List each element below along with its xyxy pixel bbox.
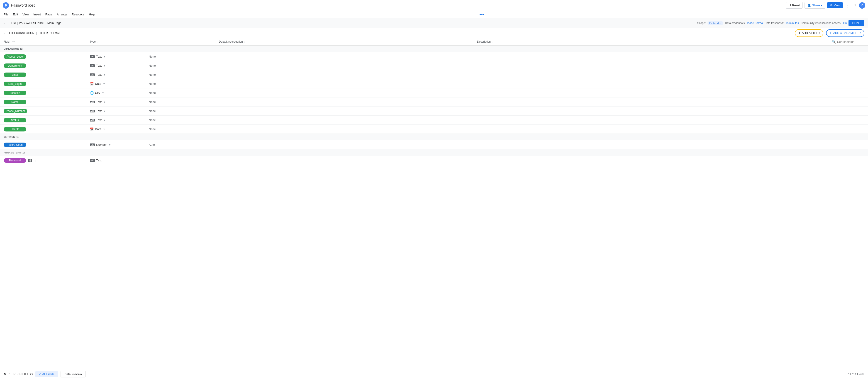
- text-type-icon: ABC: [90, 110, 95, 113]
- scope-badge: Embedded: [708, 21, 723, 25]
- filter-by-email-link[interactable]: FILTER BY EMAIL: [39, 32, 61, 35]
- secondary-nav: ← EDIT CONNECTION | FILTER BY EMAIL + AD…: [0, 28, 868, 38]
- field-label-userid[interactable]: UserID: [4, 127, 26, 131]
- type-cell: 📅 Date ▾: [90, 127, 149, 131]
- field-label-email[interactable]: Email: [4, 72, 26, 77]
- field-sort-icon: ↓: [10, 40, 11, 43]
- done-button[interactable]: DONE: [848, 20, 864, 26]
- field-label-record-count[interactable]: Record Count: [4, 143, 26, 147]
- type-dropdown-icon[interactable]: ▾: [104, 64, 105, 67]
- aggregation-cell: None: [149, 64, 194, 67]
- top-bar: P Password post ↺ Reset 👤 Share ▾ 👁 View…: [0, 0, 868, 11]
- type-column-header[interactable]: Type ↓: [90, 40, 219, 43]
- help-button[interactable]: ?: [853, 2, 857, 9]
- aggregation-column-header[interactable]: Default Aggregation ↓: [219, 40, 477, 43]
- field-cell-email: Email ⋮: [4, 72, 90, 77]
- more-menu-icon[interactable]: ⋮: [28, 91, 32, 95]
- field-label-name[interactable]: Name: [4, 100, 26, 104]
- table-row: Department ⋮ ABC Text ▾ None: [0, 61, 868, 70]
- add-parameter-button[interactable]: + ADD A PARAMETER: [826, 29, 864, 37]
- aggregation-cell: None: [149, 109, 194, 113]
- aggregation-cell: None: [149, 118, 194, 122]
- add-field-button[interactable]: + ADD A FIELD: [795, 29, 823, 37]
- more-menu-icon[interactable]: ⋮: [34, 158, 38, 162]
- table-row: UserID ⋮ 📅 Date ▾ None: [0, 125, 868, 134]
- menu-arrange[interactable]: Arrange: [55, 12, 69, 17]
- description-column-header[interactable]: Description ↓: [477, 40, 493, 43]
- field-label-status[interactable]: Status: [4, 118, 26, 122]
- more-options-button[interactable]: ⋮: [845, 2, 851, 9]
- more-menu-icon[interactable]: ⋮: [28, 82, 32, 86]
- type-cell: ABC Text ▾: [90, 55, 149, 58]
- menu-resource[interactable]: Resource: [70, 12, 86, 17]
- text-type-icon: ABC: [90, 119, 95, 122]
- menu-help[interactable]: Help: [87, 12, 97, 17]
- reset-button[interactable]: ↺ Reset: [786, 2, 803, 9]
- secondary-back-button[interactable]: ←: [4, 31, 7, 35]
- table-row: Last_Login ⋮ 📅 Date ▾ None: [0, 79, 868, 88]
- freshness-label: Data freshness:: [765, 22, 784, 25]
- more-menu-icon[interactable]: ⋮: [28, 63, 32, 68]
- text-type-icon: ABC: [90, 73, 95, 76]
- share-icon: 👤: [807, 4, 811, 7]
- search-input[interactable]: [837, 40, 864, 43]
- type-cell: 123 Number ▾: [90, 143, 149, 147]
- community-value[interactable]: On: [843, 22, 847, 25]
- share-button[interactable]: 👤 Share ▾: [805, 2, 825, 9]
- type-cell: 📅 Date ▾: [90, 82, 149, 86]
- type-dropdown-icon[interactable]: ▾: [103, 82, 105, 86]
- field-label-phone-number[interactable]: Phone_Number: [4, 109, 27, 113]
- type-dropdown-icon[interactable]: ▾: [103, 128, 105, 131]
- back-button[interactable]: ←: [4, 21, 7, 25]
- avatar[interactable]: IC: [859, 2, 865, 9]
- menu-insert[interactable]: Insert: [32, 12, 43, 17]
- type-dropdown-icon[interactable]: ▾: [104, 119, 105, 122]
- edit-icon[interactable]: ✏: [12, 40, 15, 43]
- search-fields-container[interactable]: 🔍: [832, 40, 864, 43]
- field-label-access-level[interactable]: Access_Level: [4, 54, 26, 59]
- edit-connection-link[interactable]: EDIT CONNECTION: [9, 32, 34, 35]
- aggregation-sort-icon: ↓: [244, 40, 245, 43]
- type-dropdown-icon[interactable]: ▾: [104, 55, 105, 58]
- more-menu-icon[interactable]: ⋮: [28, 127, 32, 131]
- view-button[interactable]: 👁 View: [827, 2, 843, 8]
- more-menu-icon[interactable]: ⋮: [28, 72, 32, 77]
- menu-edit[interactable]: Edit: [11, 12, 20, 17]
- field-label-department[interactable]: Department: [4, 63, 26, 68]
- field-label-location[interactable]: Location: [4, 91, 26, 95]
- menu-file[interactable]: File: [2, 12, 10, 17]
- table-row: Email ⋮ ABC Text ▾ None: [0, 70, 868, 79]
- eye-icon: 👁: [830, 4, 833, 7]
- more-menu-icon[interactable]: ⋮: [28, 118, 32, 122]
- type-dropdown-icon[interactable]: ▾: [102, 91, 104, 95]
- more-menu-icon[interactable]: ⋮: [28, 54, 32, 59]
- more-menu-icon[interactable]: ⋮: [28, 143, 32, 147]
- field-column-header[interactable]: Field ↓ ✏: [4, 40, 90, 43]
- type-dropdown-icon[interactable]: ▾: [104, 109, 105, 113]
- reset-icon: ↺: [788, 4, 791, 7]
- aggregation-cell: None: [149, 100, 194, 103]
- type-dropdown-icon[interactable]: ▾: [109, 143, 111, 147]
- more-menu-icon[interactable]: ⋮: [29, 109, 33, 113]
- freshness-value[interactable]: 15 minutes: [785, 22, 799, 25]
- secondary-nav-right: + ADD A FIELD + ADD A PARAMETER: [795, 29, 864, 37]
- date-type-icon: 📅: [90, 127, 94, 131]
- user-name[interactable]: Isaac Correa: [747, 22, 763, 25]
- page-title: TEST | PASSWORD POST - Main Page: [9, 21, 61, 25]
- menu-view[interactable]: View: [21, 12, 31, 17]
- text-type-icon: ABC: [90, 101, 95, 103]
- field-cell-name: Name ⋮: [4, 100, 90, 104]
- data-credentials-label: Data credentials:: [725, 22, 746, 25]
- date-type-icon: 📅: [90, 82, 94, 86]
- table-row: Password @ ⋮ ABC Text: [0, 156, 868, 165]
- field-label-last-login[interactable]: Last_Login: [4, 82, 26, 86]
- field-cell-access-level: Access_Level ⋮: [4, 54, 90, 59]
- more-menu-icon[interactable]: ⋮: [28, 100, 32, 104]
- table-row: Phone_Number ⋮ ABC Text ▾ None: [0, 106, 868, 116]
- type-dropdown-icon[interactable]: ▾: [104, 100, 105, 103]
- breadcrumb-bar: ← TEST | PASSWORD POST - Main Page Scope…: [0, 18, 868, 28]
- text-type-icon: ABC: [90, 159, 95, 162]
- type-dropdown-icon[interactable]: ▾: [104, 73, 105, 76]
- menu-page[interactable]: Page: [43, 12, 54, 17]
- field-label-password[interactable]: Password: [4, 158, 26, 163]
